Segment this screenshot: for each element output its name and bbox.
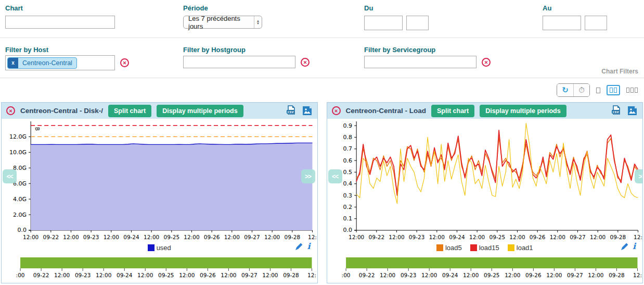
export-image-icon[interactable]	[302, 105, 313, 116]
legend-swatch	[470, 244, 477, 251]
servicegroup-filter-input[interactable]	[364, 56, 476, 68]
svg-text:0.7: 0.7	[343, 145, 352, 152]
svg-text::00: :00	[341, 272, 350, 278]
edit-pencil-icon[interactable]	[295, 243, 303, 251]
legend-label: used	[157, 244, 171, 252]
chart-filter-input[interactable]	[5, 16, 115, 29]
au-label: Au	[543, 4, 551, 12]
pan-right-button[interactable]: >>	[301, 169, 315, 183]
chart-panel-load: ✕ Centreon-Central - Load Split chart Di…	[327, 102, 643, 283]
hostgroup-filter-input[interactable]	[183, 56, 295, 68]
svg-text:09-25: 09-25	[158, 272, 174, 278]
load-chart[interactable]: 0.00.10.20.30.40.50.60.70.80.912:0009-22…	[327, 120, 643, 241]
edit-pencil-icon[interactable]	[621, 243, 628, 251]
legend-swatch	[508, 244, 514, 251]
svg-text:09-22: 09-22	[368, 234, 384, 240]
svg-text:09-26: 09-26	[525, 272, 542, 278]
du-label: Du	[364, 4, 373, 12]
filter-by-hostgroup-label: Filter by Hostgroup	[183, 46, 246, 54]
svg-text:12:: 12:	[634, 234, 642, 240]
two-column-layout-icon[interactable]	[607, 85, 620, 95]
periode-selected-value: Les 7 précédents jours	[184, 15, 254, 30]
timeline-slider[interactable]: :0009-2212:0009-2312:0009-2412:0009-2512…	[327, 256, 643, 280]
export-csv-icon[interactable]: CSV	[611, 105, 622, 116]
svg-text:0.2: 0.2	[343, 204, 352, 210]
pan-left-button[interactable]: <<	[3, 169, 17, 183]
svg-text:12:00: 12:00	[224, 234, 240, 240]
svg-text:09-27: 09-27	[567, 272, 583, 278]
disk-usage-chart[interactable]: 0.02.0G4.0G6.0G8.0G10.0G12.0G12:0009-221…	[2, 120, 317, 241]
svg-text:12:00: 12:00	[546, 272, 562, 278]
split-chart-button[interactable]: Split chart	[431, 105, 474, 117]
legend-item-used[interactable]: used	[148, 244, 171, 252]
charts-row: ✕ Centreon-Central - Disk-/ Split chart …	[0, 102, 644, 283]
auto-refresh-timer-icon[interactable]: ⏱	[573, 84, 589, 96]
svg-text:4.0G: 4.0G	[13, 196, 27, 203]
svg-text:CSV: CSV	[287, 110, 294, 114]
info-icon[interactable]: i	[633, 242, 636, 251]
pan-left-button[interactable]: <<	[328, 169, 342, 183]
du-time-input[interactable]	[406, 16, 429, 30]
legend: used	[148, 244, 171, 252]
display-multiple-periods-button[interactable]: Display multiple periods	[480, 105, 566, 117]
select-stepper-icon: ▲▼	[254, 16, 262, 28]
legend-label: load15	[479, 244, 499, 252]
svg-text:12:00: 12:00	[509, 234, 525, 240]
timeline-slider[interactable]: :0009-2212:0009-2312:0009-2412:0009-2512…	[2, 256, 317, 280]
info-icon[interactable]: i	[307, 242, 310, 251]
divider	[0, 78, 644, 78]
export-image-icon[interactable]	[627, 105, 638, 116]
svg-text:09-27: 09-27	[241, 272, 257, 278]
display-multiple-periods-button[interactable]: Display multiple periods	[157, 105, 243, 117]
legend-item-load15[interactable]: load15	[470, 244, 499, 252]
svg-text:12:00: 12:00	[469, 234, 484, 240]
close-chart-icon[interactable]: ✕	[6, 106, 15, 115]
chart-filters-caption: Chart Filters	[601, 68, 638, 75]
export-csv-icon[interactable]: CSV	[286, 105, 297, 116]
chart-area: 0.00.10.20.30.40.50.60.70.80.912:0009-22…	[327, 120, 643, 241]
pan-right-button[interactable]: >>	[635, 169, 643, 183]
svg-text:12:00: 12:00	[184, 234, 199, 240]
au-time-input[interactable]	[585, 16, 607, 30]
svg-text:09-26: 09-26	[529, 234, 545, 240]
clear-hostgroup-filter-button[interactable]: ✕	[301, 58, 310, 67]
svg-text:0.0: 0.0	[343, 227, 352, 234]
periode-select[interactable]: Les 7 précédents jours ▲▼	[183, 16, 262, 29]
clear-servicegroup-filter-button[interactable]: ✕	[482, 58, 491, 67]
au-date-input[interactable]	[543, 16, 581, 30]
svg-text:B: B	[34, 127, 40, 131]
close-chart-icon[interactable]: ✕	[332, 106, 341, 115]
svg-text:09-22: 09-22	[358, 272, 375, 278]
svg-text:12:00: 12:00	[549, 234, 565, 240]
clear-host-filter-button[interactable]: ✕	[120, 58, 129, 67]
svg-text:09-22: 09-22	[33, 272, 49, 278]
legend-item-load5[interactable]: load5	[436, 244, 462, 252]
panel-header: ✕ Centreon-Central - Disk-/ Split chart …	[2, 103, 317, 119]
svg-text:0.6: 0.6	[343, 157, 352, 164]
host-tag-label: Centreon-Central	[18, 58, 76, 68]
split-chart-button[interactable]: Split chart	[108, 105, 151, 117]
svg-text:12:00: 12:00	[137, 272, 153, 278]
svg-text:09-27: 09-27	[570, 234, 586, 240]
svg-text:09-24: 09-24	[123, 234, 139, 240]
panel-header: ✕ Centreon-Central - Load Split chart Di…	[327, 103, 643, 119]
svg-text:09-27: 09-27	[244, 234, 260, 240]
legend-row: used i	[2, 241, 317, 254]
svg-text:12:00: 12:00	[421, 272, 437, 278]
svg-text:09-25: 09-25	[164, 234, 180, 240]
svg-text:09-24: 09-24	[449, 234, 465, 240]
refresh-controls-group: ↻ ⏱	[557, 83, 590, 97]
legend: load5load15load1	[436, 244, 533, 252]
host-filter-input[interactable]: x Centreon-Central	[5, 55, 115, 70]
three-column-layout-icon[interactable]	[626, 88, 638, 93]
legend-item-load1[interactable]: load1	[508, 244, 533, 252]
svg-text:12:00: 12:00	[589, 234, 605, 240]
remove-host-tag-button[interactable]: x	[8, 58, 18, 68]
svg-text:09-28: 09-28	[285, 234, 301, 240]
refresh-icon[interactable]: ↻	[557, 84, 573, 96]
svg-text:12:00: 12:00	[221, 272, 236, 278]
svg-text:12:00: 12:00	[505, 272, 520, 278]
svg-text:12:00: 12:00	[264, 234, 280, 240]
one-column-layout-icon[interactable]	[596, 88, 600, 93]
du-date-input[interactable]	[364, 16, 403, 30]
